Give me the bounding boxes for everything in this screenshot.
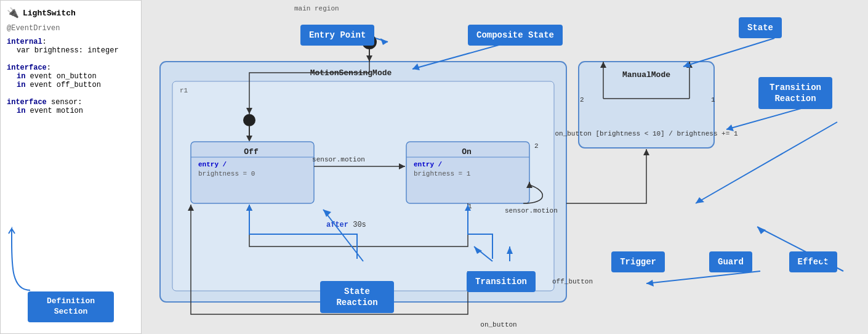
sensor-motion-label2: sensor.motion xyxy=(505,207,558,214)
on-action: brightness = 1 xyxy=(414,170,471,177)
guard-label: Guard xyxy=(709,251,752,272)
num-1-right: 1 xyxy=(711,96,715,104)
off-action: brightness = 0 xyxy=(198,170,255,177)
entry-point-label: Entry Point xyxy=(300,25,374,46)
r1-label: r1 xyxy=(180,87,188,94)
entry-to-motion-head xyxy=(366,55,372,62)
off-entry-keyword: entry / xyxy=(198,161,227,168)
interface2-section: interface sensor: in event motion xyxy=(7,98,135,115)
transition-label: Transition xyxy=(467,271,536,292)
manual-mode-title: ManualMode xyxy=(622,70,670,79)
num-2-on: 2 xyxy=(534,142,539,150)
interface-keyword: interface xyxy=(7,63,47,72)
left-panel: 🔌 LightSwitch @EventDriven internal: var… xyxy=(0,0,142,334)
definition-section-label: DefinitionSection xyxy=(28,291,114,322)
state-reaction-label: State Reaction xyxy=(320,281,394,313)
off-state-title: Off xyxy=(244,147,259,157)
interface-item-1: in event on_button xyxy=(7,72,135,81)
interface2-item: in event motion xyxy=(7,107,135,115)
main-area: main region MotionSensingMode r1 Off ent… xyxy=(142,0,868,334)
internal-colon: : xyxy=(42,38,47,46)
transition-reaction-label: Transition Reaction xyxy=(758,77,832,109)
on-state-title: On xyxy=(462,147,472,157)
initial-state-inner xyxy=(243,114,255,126)
sensor-motion-label1: sensor.motion xyxy=(312,156,365,163)
trigger-label: Trigger xyxy=(611,251,665,272)
interface-item-2: in event off_button xyxy=(7,81,135,89)
off-button-path xyxy=(566,149,646,203)
panel-title: LightSwitch xyxy=(23,9,76,18)
interface2-keyword: interface xyxy=(7,98,47,107)
internal-section: internal: var brightness: integer xyxy=(7,38,135,55)
on-button-label: on_button xyxy=(480,321,516,328)
off-button-head xyxy=(643,149,649,155)
panel-title-row: 🔌 LightSwitch xyxy=(7,7,135,19)
interface-section: interface: in event on_button in event o… xyxy=(7,63,135,89)
annotation: @EventDriven xyxy=(7,24,135,33)
num-2-left: 2 xyxy=(580,96,584,104)
lightswitch-icon: 🔌 xyxy=(7,7,19,19)
guard-transition-text: on_button [brightness < 10] / brightness… xyxy=(555,130,737,137)
internal-body: var brightness: integer xyxy=(7,46,135,55)
internal-keyword: internal xyxy=(7,38,42,46)
effect-label: Effect xyxy=(789,251,837,272)
off-button-label: off_button xyxy=(552,278,593,285)
state-label: State xyxy=(739,17,782,38)
def-arrow-svg xyxy=(6,216,36,296)
composite-state-label: Composite State xyxy=(468,25,563,46)
after-30s-label: after 30s xyxy=(326,221,366,229)
on-entry-keyword: entry / xyxy=(414,161,443,168)
